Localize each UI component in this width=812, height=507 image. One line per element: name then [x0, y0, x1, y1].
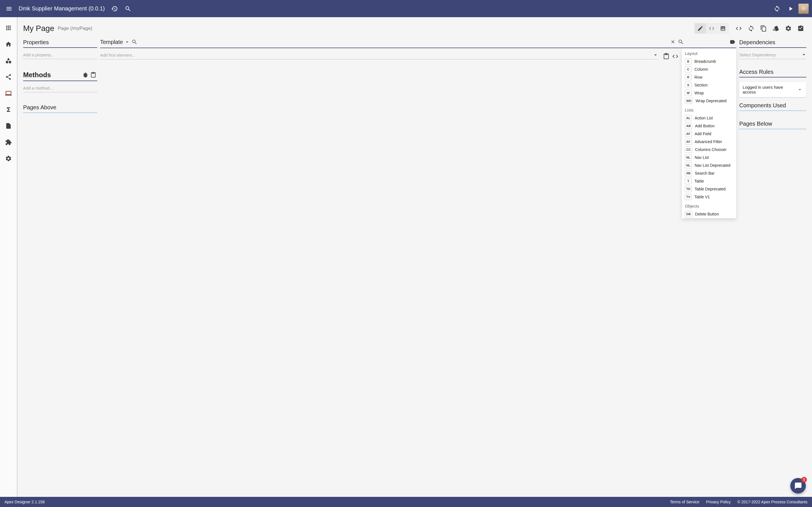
palette-item[interactable]: NLNav List	[682, 154, 736, 161]
page-title: My Page	[23, 24, 54, 33]
palette-item-label: Add Field	[695, 131, 711, 136]
add-first-element-input[interactable]	[100, 53, 654, 57]
palette-search-icon[interactable]	[678, 39, 684, 45]
palette-item-badge: AB	[685, 123, 692, 129]
palette-item-badge: TV	[685, 194, 692, 200]
palette-item[interactable]: SSection	[682, 81, 736, 89]
palette-item-badge: TD	[685, 186, 692, 192]
clear-search-icon[interactable]: ✕	[669, 39, 677, 45]
dependencies-heading: Dependencies	[739, 38, 806, 48]
app-title: Dmk Supplier Management (0.0.1)	[18, 5, 105, 12]
menu-icon[interactable]	[3, 3, 15, 14]
sync-icon[interactable]	[771, 3, 783, 14]
add-method-input[interactable]	[23, 86, 97, 91]
settings-tool-icon[interactable]	[783, 23, 794, 34]
code-tool-icon[interactable]	[733, 23, 744, 34]
play-icon[interactable]	[785, 3, 796, 14]
palette-item-label: Nav List Deprecated	[695, 163, 730, 168]
palette-item[interactable]: ALAction List	[682, 114, 736, 122]
template-search-left-input[interactable]	[139, 40, 668, 45]
palette-item-badge: AF	[685, 131, 692, 137]
palette-item[interactable]: TDTable Deprecated	[682, 185, 736, 193]
rail-apps-icon[interactable]	[3, 22, 14, 34]
palette-item[interactable]: BBreadcrumb	[682, 57, 736, 65]
add-property-field[interactable]	[23, 51, 97, 59]
history-icon[interactable]	[109, 3, 120, 14]
palette-item[interactable]: WDWrap Deprecated	[682, 97, 736, 105]
palette-item-badge: C	[685, 66, 692, 72]
palette-item[interactable]: AFAdvanced Filter	[682, 138, 736, 146]
palette-item-label: Table V1	[695, 194, 710, 199]
footer-tos-link[interactable]: Terms of Service	[670, 500, 699, 504]
palette-item[interactable]: NLNav List Deprecated	[682, 161, 736, 169]
palette-search-input[interactable]	[685, 40, 727, 45]
rail-shapes-icon[interactable]	[3, 55, 14, 66]
page-header: My Page Page (/myPage)	[17, 17, 812, 38]
chevron-down-icon	[797, 87, 803, 93]
palette-item[interactable]: CCColumns Chooser	[682, 146, 736, 154]
rail-laptop-icon[interactable]	[3, 88, 14, 99]
palette-item[interactable]: TTable	[682, 177, 736, 185]
palette-item-label: Breadcrumb	[695, 59, 716, 64]
dependency-dropdown-icon[interactable]	[802, 54, 805, 55]
palette-item-badge: WD	[685, 98, 693, 104]
palette-item[interactable]: TVTable V1	[682, 193, 736, 201]
style-tool-icon[interactable]	[770, 23, 781, 34]
palette-item[interactable]: WWrap	[682, 89, 736, 97]
palette-group-label: Layout	[682, 48, 736, 57]
search-icon[interactable]	[122, 3, 134, 14]
palette-item[interactable]: SBSearch Bar	[682, 169, 736, 177]
chat-badge: 5	[801, 477, 807, 483]
methods-heading: Methods	[23, 70, 97, 81]
footer-privacy-link[interactable]: Privacy Policy	[706, 500, 730, 504]
palette-item-label: Wrap Deprecated	[696, 99, 726, 103]
rail-home-icon[interactable]	[3, 39, 14, 50]
palette-item[interactable]: DBDelete Button	[682, 210, 736, 218]
rail-share-icon[interactable]	[3, 71, 14, 82]
add-first-element-field[interactable]	[100, 51, 658, 59]
add-method-field[interactable]	[23, 84, 97, 93]
pages-above-heading-label: Pages Above	[23, 104, 56, 111]
edit-mode-button[interactable]	[695, 23, 706, 34]
palette-item[interactable]: CColumn	[682, 65, 736, 73]
palette-item-label: Add Button	[695, 124, 714, 128]
palette-item[interactable]: ABAdd Button	[682, 122, 736, 130]
palette-item-label: Delete Button	[695, 212, 719, 216]
palette-item[interactable]: AFAdd Field	[682, 130, 736, 138]
palette-item-label: Row	[695, 75, 702, 79]
paste-methods-icon[interactable]	[89, 71, 97, 79]
chat-fab[interactable]: 5	[790, 478, 806, 494]
dependencies-heading-label: Dependencies	[739, 39, 775, 46]
pages-below-heading-label: Pages Below	[739, 121, 772, 127]
rail-settings-icon[interactable]	[3, 153, 14, 164]
palette-group-label: Lists	[682, 105, 736, 114]
add-property-input[interactable]	[23, 52, 97, 57]
palette-item[interactable]: RRow	[682, 73, 736, 81]
rail-extension-icon[interactable]	[3, 136, 14, 148]
copy-tool-icon[interactable]	[758, 23, 769, 34]
paste-template-icon[interactable]	[662, 52, 670, 61]
template-heading: Template ✕	[100, 38, 737, 48]
image-mode-button[interactable]	[717, 23, 728, 34]
rail-file-icon[interactable]	[3, 120, 14, 131]
template-search-icon-left[interactable]	[132, 39, 138, 45]
code-template-icon[interactable]	[671, 52, 679, 61]
palette-item-badge: S	[685, 82, 692, 88]
bug-icon[interactable]	[82, 71, 89, 79]
assignment-tool-icon[interactable]	[795, 23, 806, 34]
refresh-tool-icon[interactable]	[746, 23, 757, 34]
avatar[interactable]	[799, 4, 809, 14]
element-dropdown-icon[interactable]	[654, 54, 657, 56]
rail-sigma-icon[interactable]	[3, 104, 14, 115]
access-rule-label: Logged in users have access	[743, 85, 797, 94]
left-rail	[0, 17, 17, 497]
component-palette: LayoutBBreadcrumbCColumnRRowSSectionWWra…	[682, 48, 737, 218]
code-mode-button[interactable]	[706, 23, 717, 34]
palette-item-badge: W	[685, 90, 692, 96]
palette-item-label: Section	[695, 83, 708, 87]
select-dependency-field[interactable]	[739, 51, 806, 59]
access-rule-chip[interactable]: Logged in users have access	[739, 82, 806, 97]
select-dependency-input[interactable]	[739, 52, 802, 57]
template-dropdown-icon[interactable]	[124, 39, 130, 45]
tag-icon[interactable]	[728, 38, 737, 46]
